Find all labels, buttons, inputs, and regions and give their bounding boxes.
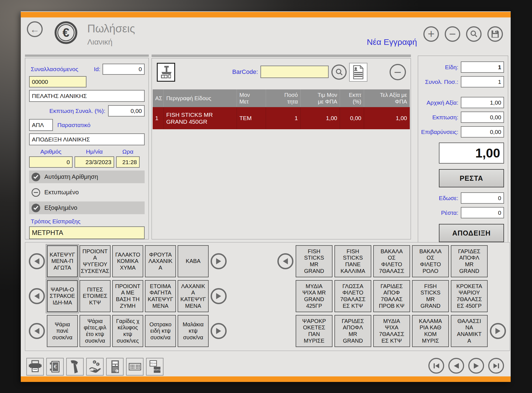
check-icon bbox=[32, 204, 40, 212]
scroll-right-button[interactable] bbox=[211, 323, 227, 339]
scroll-left-button[interactable] bbox=[277, 253, 293, 269]
discount-label: Εκπτωση: bbox=[418, 114, 458, 121]
svg-text:ΦΟΡΟΙ: ΦΟΡΟΙ bbox=[153, 369, 160, 371]
app-window: ← € Πωλήσεις Λιανική Νέα Εγγραφή + − bbox=[21, 11, 511, 382]
category-button[interactable]: ΠΡΟΙΟΝΤ Α ΜΕ ΒΑΣΗ ΤΗ ΖΥΜΗ bbox=[112, 280, 143, 312]
customer-name-field[interactable] bbox=[29, 90, 145, 102]
product-button[interactable]: FISH STICKS MR GRAND bbox=[296, 245, 332, 277]
subcategory-button[interactable]: Ψάρια πανέ συσκ/να bbox=[47, 315, 78, 347]
barcode-scanner-icon bbox=[68, 360, 82, 374]
search-record-button[interactable] bbox=[466, 26, 482, 42]
last-record-button[interactable] bbox=[488, 358, 504, 374]
discount-field[interactable] bbox=[461, 112, 504, 123]
doc-time-field[interactable] bbox=[116, 156, 140, 168]
cash-book-icon: € bbox=[48, 360, 62, 374]
cash-book-button[interactable]: € bbox=[46, 358, 64, 376]
category-button[interactable]: ΠΡΟΙΟΝΤ Α ΨΥΓΕΙΟΥ ΣΥΣΚΕΥΑΣ bbox=[80, 245, 111, 277]
items-table: ΑΣ Περιγραφή Είδους Μον Μετ Ποσό τητα Τι… bbox=[153, 89, 410, 129]
product-button[interactable]: ΓΛΩΣΣΑ ΦΙΛΕΤΟ 7ΘΑΛΑΣΣ ΕΣ ΚΤΨ bbox=[334, 280, 371, 312]
keypad-button[interactable] bbox=[126, 358, 144, 376]
product-button[interactable]: ΚΑΛΑΜΑ ΡΙΑ ΚΑΘ ΚΟΜ ΜΥΡΙΣ bbox=[412, 315, 449, 347]
barcode-scanner-button[interactable] bbox=[66, 358, 84, 376]
scroll-right-button[interactable] bbox=[211, 288, 227, 304]
delete-record-button[interactable]: − bbox=[445, 26, 460, 42]
triangle-left-icon bbox=[34, 258, 40, 265]
customer-discount-field[interactable] bbox=[108, 105, 145, 117]
header: ← € Πωλήσεις Λιανική Νέα Εγγραφή + − bbox=[21, 17, 511, 55]
toggle-paid[interactable]: Εξοφλημένο bbox=[29, 201, 145, 214]
product-button[interactable]: FISH STICKS MR GRAND bbox=[412, 280, 449, 312]
payment-method-label: Τρόπος Είσπραξης bbox=[31, 218, 145, 225]
remove-line-button[interactable]: − bbox=[390, 64, 406, 80]
toggle-printed[interactable]: Εκτυπωμένο bbox=[29, 186, 145, 199]
cell-quantity: 1 bbox=[266, 107, 301, 129]
category-button[interactable]: ΚΑΒΑ bbox=[178, 245, 209, 277]
doc-type-field[interactable] bbox=[29, 119, 53, 131]
product-button[interactable]: ΓΑΡΙΔΕΣ ΑΠΟΦ 7ΘΑΛΑΣ ΠΡΟΒ ΚΨ bbox=[373, 280, 410, 312]
subcategory-button[interactable]: Ψάρια φέτες,φιλ έτο κτψ συσκ/να bbox=[80, 315, 111, 347]
payment-method-field[interactable]: ΜΕΤΡΗΤΑ bbox=[29, 226, 145, 239]
doc-date-field[interactable] bbox=[75, 156, 114, 168]
category-button[interactable]: ΨΑΡΙΑ-Ο ΣΤΡΑΚΟΕ ΙΔΗ-ΜΑ bbox=[47, 280, 78, 312]
item-card-button[interactable] bbox=[349, 63, 367, 82]
product-button[interactable]: ΓΑΡΙΔΕΣ ΑΠΟΦΛ MR GRAND bbox=[334, 315, 371, 347]
first-record-button[interactable] bbox=[428, 358, 444, 374]
product-button[interactable]: ΚΡΟΚΕΤΑ ΨΑΡΙΟΥ 7ΘΑΛΑΣΣ ΕΣ 450ΓΡ bbox=[451, 280, 488, 312]
product-button[interactable]: ΜΥΔΙΑ ΨΙΧΑ MR GRAND 425ΓΡ bbox=[296, 280, 332, 312]
product-button[interactable]: ΒΑΚΑΛΑ ΟΣ ΦΙΛΕΤΟ 7ΘΑΛΑΣΣ bbox=[373, 245, 410, 277]
scroll-left-button[interactable] bbox=[29, 288, 45, 304]
toggle-auto-numbering[interactable]: Αυτόματη Αρίθμηση bbox=[29, 170, 145, 183]
total-qty-field[interactable] bbox=[461, 76, 504, 87]
barcode-search-button[interactable] bbox=[331, 64, 347, 80]
change-amount-field[interactable] bbox=[461, 207, 504, 218]
col-header: Τελ Αξία με ΦΠΑ bbox=[364, 89, 410, 107]
category-button[interactable]: ΦΡΟΥΤΑ ΛΑΧΑΝΙΚ Α bbox=[145, 245, 176, 277]
initial-value-field[interactable] bbox=[461, 97, 504, 108]
cash-register-scale-button[interactable] bbox=[157, 63, 175, 82]
doc-name-field[interactable] bbox=[29, 133, 145, 145]
save-record-button[interactable] bbox=[487, 26, 503, 42]
search-icon bbox=[335, 68, 343, 76]
add-record-button[interactable]: + bbox=[423, 26, 439, 42]
scroll-left-button[interactable] bbox=[29, 323, 45, 339]
catalog-area: ΚΑΤΕΨΥΓ ΜΕΝΑ-Π ΑΓΩΤΑ ΠΡΟΙΟΝΤ Α ΨΥΓΕΙΟΥ Σ… bbox=[25, 242, 510, 351]
product-button[interactable]: ΘΑΛΑΣΣΙ ΝΑ ΑΝΑΜΙΚΤ Α bbox=[451, 315, 488, 347]
totals-panel: Είδη: Συνολ. Ποσ.: Αρχική Αξία: Εκπτωση:… bbox=[418, 55, 508, 239]
product-button[interactable]: ΒΑΚΑΛΑ ΟΣ ΦΙΛΕΤΟ ΡΟΛΟ bbox=[412, 245, 449, 277]
category-button[interactable]: ΛΑΧΑΝΙΚ Α ΚΑΤΕΨΥΓ ΜΕΝΑ bbox=[178, 280, 209, 312]
scroll-right-button[interactable] bbox=[211, 253, 227, 269]
customer-code-field[interactable]: 00000 bbox=[29, 76, 86, 87]
category-button[interactable]: ΕΤΟΙΜΑ ΦΑΓΗΤΑ ΚΑΤΕΨΥΓ ΜΕΝΑ bbox=[145, 280, 176, 312]
scroll-right-button[interactable] bbox=[490, 323, 506, 339]
next-record-button[interactable] bbox=[468, 358, 484, 374]
doc-number-field[interactable] bbox=[29, 156, 73, 168]
barcode-input[interactable] bbox=[260, 66, 329, 78]
change-button[interactable]: ΡΕΣΤΑ bbox=[439, 169, 504, 187]
customer-id-field[interactable] bbox=[103, 64, 145, 75]
table-row[interactable]: 1 FISH STICKS MR GRAND 450GR ΤΕΜ 1 1,00 … bbox=[153, 107, 410, 129]
subcategory-button[interactable]: Μαλάκια κτψ συσκ/να bbox=[178, 315, 209, 347]
subcategory-button[interactable]: Οστρακο ειδή κτψ συσκ/να bbox=[145, 315, 176, 347]
back-button[interactable]: ← bbox=[27, 21, 43, 37]
customer-panel: Συναλλασσόμενος Id: 00000 Εκπτωση Συναλ.… bbox=[25, 55, 149, 239]
receipt-button[interactable]: ΑΠΟΔΕΙΞΗ bbox=[439, 224, 504, 242]
category-button[interactable]: ΠΙΤΕΣ ΕΤΟΙΜΕΣ ΚΤΨ bbox=[80, 280, 111, 312]
payment-button[interactable]: € € bbox=[86, 358, 104, 376]
subcategory-button[interactable]: Γαρίδες χ κέλυφος κτψ συσκ/νες bbox=[112, 315, 143, 347]
category-button[interactable]: ΚΑΤΕΨΥΓ ΜΕΝΑ-Π ΑΓΩΤΑ bbox=[47, 245, 78, 277]
cash-register-button[interactable]: € bbox=[106, 358, 124, 376]
amount-given-field[interactable] bbox=[461, 192, 504, 204]
items-count-field[interactable] bbox=[461, 61, 504, 73]
previous-record-button[interactable] bbox=[448, 358, 464, 374]
category-button[interactable]: ΓΑΛΑΚΤΟ ΚΟΜΙΚΑ ΧΥΜΑ bbox=[112, 245, 143, 277]
charges-field[interactable] bbox=[461, 126, 504, 138]
product-button[interactable]: ΨΑΡΟΚΡ ΟΚΕΤΕΣ ΠΑΝ ΜΥΡΙΣΕ bbox=[296, 315, 332, 347]
product-button[interactable]: ΓΑΡΙΔΕΣ ΑΠΟΦΛ MR GRAND bbox=[451, 245, 488, 277]
product-button[interactable]: ΜΥΔΙΑ ΨΙΧΑ 7ΘΑΛΑΣΣ ΕΣ ΚΤΨ bbox=[373, 315, 410, 347]
scroll-left-button[interactable] bbox=[29, 253, 45, 269]
print-button[interactable] bbox=[26, 358, 44, 376]
next-record-icon bbox=[473, 363, 479, 369]
fees-taxes-button[interactable]: ΤΕΛΗ ΦΟΡΟΙ bbox=[146, 358, 163, 376]
triangle-right-icon bbox=[216, 327, 222, 335]
product-button[interactable]: FISH STICKS ΠΑΝΕ ΚΑΛΛΙΜΑ bbox=[334, 245, 371, 277]
